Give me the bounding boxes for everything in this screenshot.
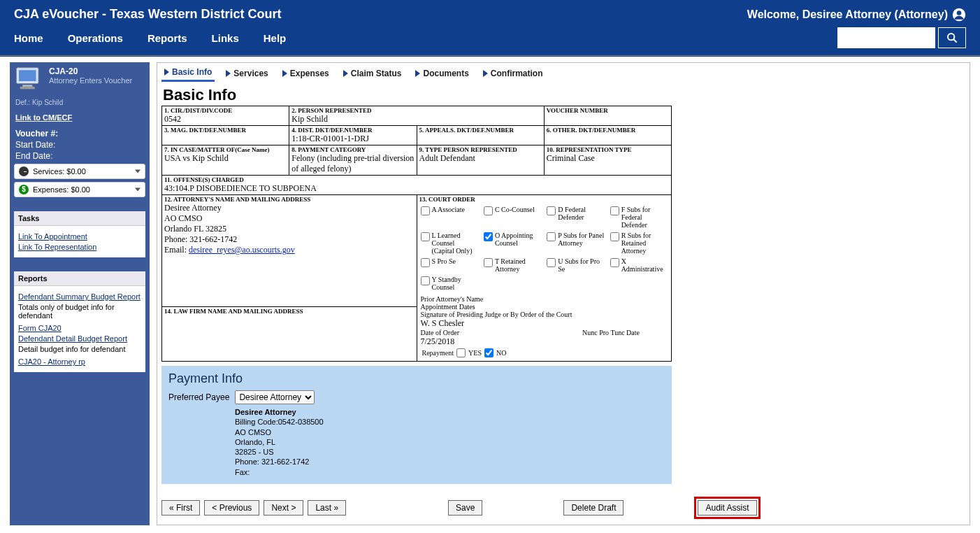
- court-order-checkbox[interactable]: [610, 258, 619, 267]
- payee-name: Desiree Attorney: [235, 407, 665, 417]
- end-date-label: End Date:: [15, 151, 144, 161]
- services-dropdown[interactable]: Services: $0.00: [14, 164, 145, 179]
- save-button[interactable]: Save: [448, 500, 482, 516]
- cell-label: 14. LAW FIRM NAME AND MAILING ADDRESS: [164, 308, 415, 315]
- search-icon: [946, 32, 958, 43]
- cell-label: 4. DIST. DKT/DEF.NUMBER: [291, 127, 414, 134]
- court-order-option: S Pro Se: [421, 257, 478, 273]
- nav-reports[interactable]: Reports: [147, 32, 187, 44]
- nav-operations[interactable]: Operations: [68, 32, 123, 44]
- previous-button[interactable]: < Previous: [204, 500, 259, 516]
- reports-panel: Reports Defendant Summary Budget Report …: [14, 271, 145, 372]
- nunc-label: Nunc Pro Tunc Date: [582, 329, 640, 336]
- repayment-label: Repayment: [422, 349, 454, 357]
- svg-rect-6: [22, 85, 32, 87]
- tasks-heading: Tasks: [14, 211, 145, 226]
- tab-label: Services: [233, 69, 268, 78]
- cell-value: 0542: [164, 114, 287, 125]
- first-button[interactable]: « First: [161, 500, 200, 516]
- court-order-option: X Administrative: [610, 257, 668, 273]
- signature-label: Signature of Presiding Judge or By Order…: [421, 311, 668, 318]
- cell-value: 1:18-CR-01001-1-DRJ: [291, 134, 414, 144]
- cell-label: 5. APPEALS. DKT/DEF.NUMBER: [419, 127, 542, 134]
- tab-claim-status[interactable]: Claim Status: [340, 66, 405, 82]
- cell-label: 9. TYPE PERSON REPRESENTED: [419, 146, 542, 153]
- report-form-cja20[interactable]: Form CJA20: [18, 324, 141, 332]
- audit-assist-highlight: Audit Assist: [694, 497, 760, 519]
- attorney-org: AO CMSO: [164, 213, 415, 224]
- repayment-no-checkbox[interactable]: [484, 348, 493, 357]
- date-order-label: Date of Order: [421, 329, 460, 336]
- audit-assist-button[interactable]: Audit Assist: [698, 500, 756, 516]
- court-order-option: T Retained Attorney: [484, 257, 541, 273]
- button-row: « First < Previous Next > Last » Save De…: [161, 497, 965, 519]
- court-order-checkbox[interactable]: [547, 258, 556, 267]
- court-order-checkbox[interactable]: [610, 206, 619, 215]
- svg-rect-5: [19, 70, 36, 81]
- court-order-label: C Co-Counsel: [495, 206, 535, 213]
- tab-confirmation[interactable]: Confirmation: [480, 66, 546, 82]
- welcome-user[interactable]: Welcome, Desiree Attorney (Attorney): [747, 8, 966, 22]
- appointment-dates: Appointment Dates: [421, 303, 668, 311]
- no-label: NO: [496, 349, 506, 357]
- court-order-option: D Federal Defender: [547, 206, 604, 229]
- svg-point-1: [957, 10, 962, 15]
- tab-services[interactable]: Services: [223, 66, 271, 82]
- report-attorney-rp[interactable]: CJA20 - Attorney rp: [18, 357, 141, 366]
- court-order-label: U Subs for Pro Se: [558, 257, 604, 273]
- report-detail-desc: Detail budget info for defendant: [18, 345, 141, 353]
- repayment-yes-checkbox[interactable]: [456, 348, 466, 357]
- attorney-email[interactable]: desiree_reyes@ao.uscourts.gov: [189, 245, 295, 255]
- expenses-dropdown[interactable]: $ Expenses: $0.00: [14, 182, 145, 197]
- court-order-label: T Retained Attorney: [495, 257, 541, 273]
- app-title: CJA eVoucher - Texas Western District Co…: [14, 7, 281, 22]
- court-order-checkbox[interactable]: [484, 258, 493, 267]
- court-order-checkbox[interactable]: [484, 206, 493, 215]
- email-label: Email:: [164, 245, 189, 255]
- voucher-number-label: Voucher #:: [15, 129, 144, 138]
- svg-line-3: [953, 39, 957, 43]
- delete-draft-button[interactable]: Delete Draft: [563, 500, 624, 516]
- court-order-checkbox[interactable]: [484, 232, 493, 241]
- court-order-checkbox[interactable]: [421, 206, 430, 215]
- payee-fax: Fax:: [235, 467, 665, 477]
- last-button[interactable]: Last »: [308, 500, 346, 516]
- cell-label: 1. CIR./DIST/DIV.CODE: [164, 107, 287, 114]
- court-order-checkbox[interactable]: [610, 232, 619, 241]
- link-representation[interactable]: Link To Representation: [18, 243, 141, 251]
- report-detail-budget[interactable]: Defendant Detail Budget Report: [18, 334, 141, 343]
- court-order-checkbox[interactable]: [547, 232, 556, 241]
- court-order-label: S Pro Se: [432, 257, 456, 265]
- link-appointment[interactable]: Link To Appointment: [18, 232, 141, 241]
- search-button[interactable]: [938, 27, 966, 48]
- preferred-payee-select[interactable]: Desiree Attorney: [235, 390, 315, 404]
- tasks-panel: Tasks Link To Appointment Link To Repres…: [14, 211, 145, 257]
- court-order-option: C Co-Counsel: [484, 206, 541, 229]
- nav-links[interactable]: Links: [212, 32, 239, 44]
- cell-value: Adult Defendant: [419, 153, 542, 164]
- cell-label: 3. MAG. DKT/DEF.NUMBER: [164, 127, 287, 134]
- nav-home[interactable]: Home: [14, 32, 43, 44]
- court-order-option: U Subs for Pro Se: [547, 257, 604, 273]
- payee-details: Desiree Attorney Billing Code:0542-03850…: [235, 407, 665, 477]
- cell-label: 2. PERSON REPRESENTED: [291, 107, 542, 114]
- court-order-checkbox[interactable]: [421, 258, 430, 267]
- court-order-label: X Administrative: [621, 257, 668, 273]
- court-order-checkbox[interactable]: [547, 206, 556, 215]
- court-order-checkbox[interactable]: [421, 276, 430, 285]
- search-input[interactable]: [837, 27, 935, 48]
- tab-expenses[interactable]: Expenses: [280, 66, 332, 82]
- tab-label: Claim Status: [351, 69, 402, 78]
- chevron-right-icon: [415, 70, 420, 77]
- court-order-option: P Subs for Panel Attorney: [547, 232, 604, 255]
- payee-city: Orlando, FL: [235, 437, 665, 447]
- report-summary-budget[interactable]: Defendant Summary Budget Report: [18, 292, 141, 301]
- chevron-right-icon: [343, 70, 348, 77]
- next-button[interactable]: Next >: [264, 500, 303, 516]
- tab-basic-info[interactable]: Basic Info: [161, 66, 215, 82]
- court-order-checkbox[interactable]: [421, 232, 430, 241]
- nav-help[interactable]: Help: [264, 32, 287, 44]
- tab-documents[interactable]: Documents: [412, 66, 471, 82]
- link-cmecf[interactable]: Link to CM/ECF: [15, 113, 145, 122]
- cell-label: 12. ATTORNEY'S NAME AND MAILING ADDRESS: [164, 196, 415, 203]
